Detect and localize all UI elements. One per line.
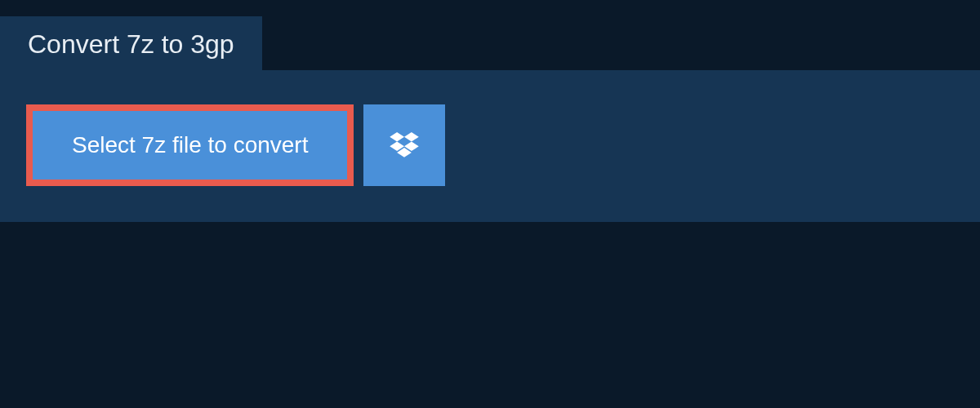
active-tab[interactable]: Convert 7z to 3gp bbox=[0, 16, 262, 74]
tab-title: Convert 7z to 3gp bbox=[28, 29, 234, 59]
select-file-button-label: Select 7z file to convert bbox=[72, 132, 308, 157]
conversion-panel: Convert 7z to 3gp Select 7z file to conv… bbox=[0, 70, 980, 222]
select-button-highlight: Select 7z file to convert bbox=[26, 104, 354, 186]
select-file-button[interactable]: Select 7z file to convert bbox=[33, 111, 347, 180]
dropbox-button[interactable] bbox=[363, 104, 445, 186]
dropbox-icon bbox=[390, 132, 419, 158]
panel-content: Select 7z file to convert bbox=[0, 70, 980, 222]
